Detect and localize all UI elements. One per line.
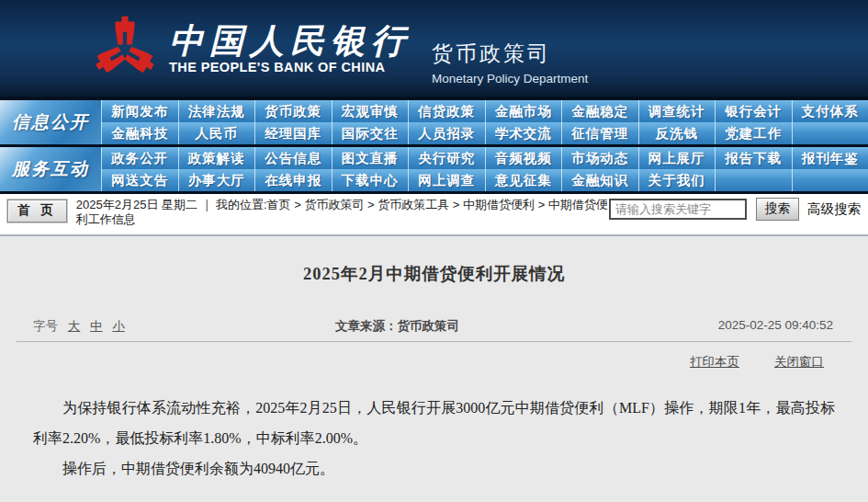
page-actions: 打印本页 关闭窗口: [44, 354, 824, 371]
nav-item-survey-statistics[interactable]: 调查统计: [638, 100, 716, 122]
article-timestamp: 2025-02-25 09:40:52: [718, 318, 833, 332]
nav-item-live-broadcast[interactable]: 图文直播: [332, 147, 409, 169]
nav-item-payment-systems[interactable]: 支付体系: [792, 100, 868, 122]
nav-item-credit-policy[interactable]: 信贷政策: [408, 100, 485, 122]
pboc-emblem-icon: [90, 10, 160, 87]
print-page-link[interactable]: 打印本页: [690, 354, 739, 371]
nav-item-financial-stability[interactable]: 金融稳定: [561, 100, 638, 122]
nav-row: 网送文告 办事大厅 在线申报 下载中心 网上调查 意见征集 金融知识 关于我们: [101, 169, 868, 191]
nav-item-policy-interpretation[interactable]: 政策解读: [178, 147, 255, 169]
nav-item-financial-markets[interactable]: 金融市场: [485, 100, 562, 122]
nav-item-online-exhibition[interactable]: 网上展厅: [638, 147, 716, 169]
nav-item-academic-exchange[interactable]: 学术交流: [485, 122, 562, 144]
nav-item-bank-accounting[interactable]: 银行会计: [715, 100, 792, 122]
nav-item-financial-knowledge[interactable]: 金融知识: [561, 169, 638, 191]
font-size-small-link[interactable]: 小: [112, 319, 125, 333]
nav-item-monetary-policy[interactable]: 货币政策: [254, 100, 332, 122]
department-name-en: Monetary Policy Department: [432, 72, 588, 86]
nav-item-party-building[interactable]: 党建工作: [715, 122, 792, 144]
nav-row: 政务公开 政策解读 公告信息 图文直播 央行研究 音频视频 市场动态 网上展厅 …: [101, 147, 868, 169]
article-title: 2025年2月中期借贷便利开展情况: [0, 262, 868, 285]
home-button[interactable]: 首 页: [7, 200, 67, 222]
meta-divider: [17, 341, 851, 342]
search-area: 搜索 高级搜索: [609, 198, 862, 221]
article-source: 文章来源：货币政策司: [335, 318, 459, 335]
department-name-block: 货币政策司 Monetary Policy Department: [432, 12, 588, 86]
article-paragraph: 为保持银行体系流动性充裕，2025年2月25日，人民银行开展3000亿元中期借贷…: [33, 393, 835, 453]
nav-item-online-notices[interactable]: 网送文告: [101, 169, 178, 191]
nav-item-fintech[interactable]: 金融科技: [101, 122, 178, 144]
nav-item-announcements[interactable]: 公告信息: [254, 147, 332, 169]
nav-item-empty: [792, 169, 868, 191]
bank-name-block: 中国人民银行 THE PEOPLE'S BANK OF CHINA: [169, 22, 411, 74]
article-content: 2025年2月中期借贷便利开展情况 字号 大 中 小 文章来源：货币政策司 20…: [0, 236, 868, 502]
nav-item-central-bank-research[interactable]: 央行研究: [408, 147, 485, 169]
font-size-large-link[interactable]: 大: [68, 319, 81, 333]
main-navigation: 信息公开 新闻发布 法律法规 货币政策 宏观审慎 信贷政策 金融市场 金融稳定 …: [0, 97, 868, 194]
pboc-page: 中国人民银行 THE PEOPLE'S BANK OF CHINA 货币政策司 …: [0, 0, 868, 502]
font-size-control: 字号 大 中 小: [33, 319, 125, 333]
article-paragraph: 操作后，中期借贷便利余额为40940亿元。: [33, 453, 835, 484]
search-button[interactable]: 搜索: [756, 198, 799, 221]
nav-item-periodicals-yearbook[interactable]: 报刊年鉴: [792, 147, 868, 169]
nav-row: 金融科技 人民币 经理国库 国际交往 人员招录 学术交流 征信管理 反洗钱 党建…: [101, 122, 868, 144]
nav-item-international-exchange[interactable]: 国际交往: [332, 122, 409, 144]
nav-item-news-release[interactable]: 新闻发布: [101, 100, 178, 122]
nav-item-empty: [715, 169, 792, 191]
nav-item-anti-money-laundering[interactable]: 反洗钱: [638, 122, 716, 144]
bank-name-cn: 中国人民银行: [169, 22, 411, 59]
nav-item-about-us[interactable]: 关于我们: [638, 169, 716, 191]
nav-item-credit-reporting[interactable]: 征信管理: [561, 122, 638, 144]
article-meta: 字号 大 中 小 文章来源：货币政策司 2025-02-25 09:40:52: [18, 318, 850, 335]
nav-group-service-interaction: 服务互动 政务公开 政策解读 公告信息 图文直播 央行研究 音频视频 市场动态 …: [0, 147, 868, 191]
nav-item-solicit-opinions[interactable]: 意见征集: [485, 169, 562, 191]
nav-row: 新闻发布 法律法规 货币政策 宏观审慎 信贷政策 金融市场 金融稳定 调查统计 …: [101, 100, 868, 122]
nav-section-service-interaction[interactable]: 服务互动: [0, 147, 101, 191]
site-header: 中国人民银行 THE PEOPLE'S BANK OF CHINA 货币政策司 …: [0, 0, 868, 97]
department-name-cn: 货币政策司: [432, 40, 588, 68]
search-input[interactable]: [609, 199, 747, 220]
nav-item-online-declaration[interactable]: 在线申报: [254, 169, 332, 191]
breadcrumb-date: 2025年2月25日 星期二: [76, 198, 197, 211]
bank-name-en: THE PEOPLE'S BANK OF CHINA: [169, 60, 411, 74]
article-body: 为保持银行体系流动性充裕，2025年2月25日，人民银行开展3000亿元中期借贷…: [33, 393, 835, 484]
nav-section-information-disclosure[interactable]: 信息公开: [0, 100, 101, 144]
breadcrumb-bar: 首 页 2025年2月25日 星期二 ｜ 我的位置:首页 > 货币政策司 > 货…: [0, 194, 868, 229]
font-size-medium-link[interactable]: 中: [90, 319, 103, 333]
nav-item-state-treasury[interactable]: 经理国库: [254, 122, 332, 144]
nav-group-information-disclosure: 信息公开 新闻发布 法律法规 货币政策 宏观审慎 信贷政策 金融市场 金融稳定 …: [0, 100, 868, 144]
nav-item-service-hall[interactable]: 办事大厅: [178, 169, 255, 191]
nav-item-recruitment[interactable]: 人员招录: [408, 122, 485, 144]
font-size-label: 字号: [33, 319, 58, 333]
breadcrumb-separator: ｜: [201, 198, 213, 211]
nav-item-laws-regulations[interactable]: 法律法规: [178, 100, 255, 122]
nav-item-renminbi[interactable]: 人民币: [178, 122, 255, 144]
nav-item-empty: [792, 122, 868, 144]
nav-item-report-download[interactable]: 报告下载: [715, 147, 792, 169]
nav-item-audio-video[interactable]: 音频视频: [485, 147, 562, 169]
breadcrumb: 2025年2月25日 星期二 ｜ 我的位置:首页 > 货币政策司 > 货币政策工…: [76, 198, 609, 227]
nav-item-government-affairs[interactable]: 政务公开: [101, 147, 178, 169]
nav-item-download-center[interactable]: 下载中心: [332, 169, 409, 191]
nav-item-online-survey[interactable]: 网上调查: [408, 169, 485, 191]
close-window-link[interactable]: 关闭窗口: [774, 354, 824, 371]
advanced-search-link[interactable]: 高级搜索: [807, 200, 861, 218]
nav-item-market-dynamics[interactable]: 市场动态: [561, 147, 638, 169]
nav-item-macroprudential[interactable]: 宏观审慎: [332, 100, 409, 122]
